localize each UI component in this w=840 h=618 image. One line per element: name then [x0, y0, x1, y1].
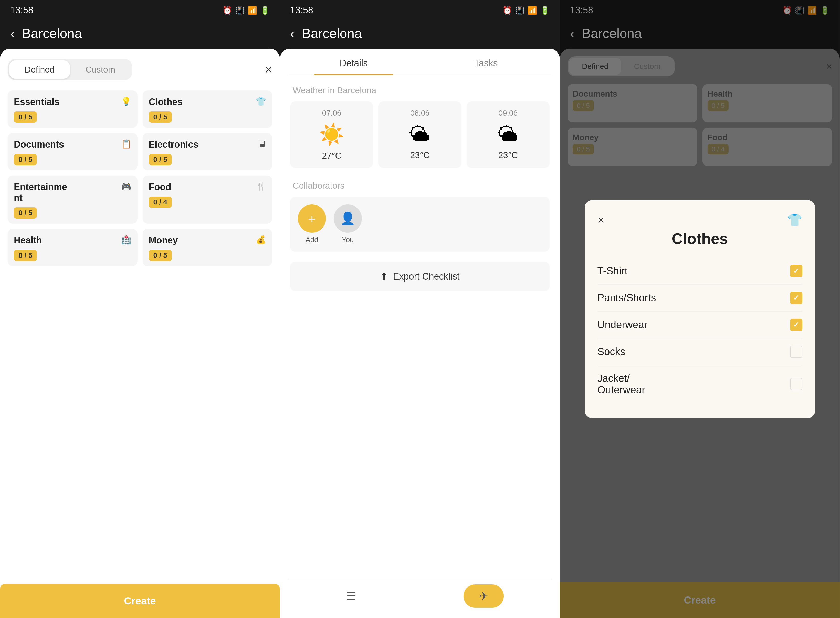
status-icons-1: ⏰ 📳 📶 🔋 — [222, 6, 270, 15]
socks-label: Socks — [597, 346, 625, 357]
collab-add[interactable]: ＋ Add — [298, 205, 326, 244]
modal-overlay: × 👕 Clothes T-Shirt Pants/Shorts Underwe… — [560, 0, 840, 618]
jacket-checkbox[interactable] — [790, 378, 802, 390]
money-label: Money — [149, 235, 266, 246]
bottom-nav: ☰ ✈ — [287, 579, 552, 618]
food-label: Food — [149, 182, 266, 192]
weather-temp-3: 23°C — [472, 150, 544, 160]
toggle-defined[interactable]: Defined — [9, 61, 70, 79]
weather-day-2: 08.06 🌥 23°C — [378, 101, 461, 168]
create-button-1[interactable]: Create — [0, 584, 280, 618]
documents-icon: 📋 — [121, 139, 131, 149]
weather-day-3: 09.06 🌥 23°C — [467, 101, 550, 168]
documents-badge: 0 / 5 — [14, 154, 37, 165]
modal-item-tshirt: T-Shirt — [597, 258, 802, 285]
modal-item-jacket: Jacket/Outerwear — [597, 365, 802, 403]
pants-checkbox[interactable] — [790, 292, 802, 304]
category-grid: 💡 Essentials 0 / 5 👕 Clothes 0 / 5 📋 Doc… — [8, 91, 272, 266]
entertainment-badge: 0 / 5 — [14, 207, 37, 218]
category-electronics[interactable]: 🖥 Electronics 0 / 5 — [143, 133, 273, 170]
category-food[interactable]: 🍴 Food 0 / 4 — [143, 175, 273, 224]
weather-row: 07.06 ☀️ 27°C 08.06 🌥 23°C 09.06 🌥 23°C — [290, 101, 550, 168]
weather-date-3: 09.06 — [472, 108, 544, 117]
header-1: ‹ Barcelona — [0, 21, 280, 46]
electronics-icon: 🖥 — [258, 139, 266, 149]
signal-icon: 📶 — [247, 6, 257, 15]
entertainment-label: Entertainment — [14, 182, 131, 203]
screen-3: 13:58 ⏰ 📳 📶 🔋 ‹ Barcelona Defined Custom… — [560, 0, 840, 618]
weather-day-1: 07.06 ☀️ 27°C — [290, 101, 373, 168]
tab-details[interactable]: Details — [287, 49, 420, 75]
category-clothes[interactable]: 👕 Clothes 0 / 5 — [143, 91, 273, 128]
modal-header: × 👕 — [597, 213, 802, 227]
alarm-icon-2: ⏰ — [502, 6, 512, 15]
screens-container: 13:58 ⏰ 📳 📶 🔋 ‹ Barcelona Defined Custom… — [0, 0, 840, 618]
signal-icon-2: 📶 — [527, 6, 537, 15]
entertainment-icon: 🎮 — [121, 182, 131, 192]
socks-checkbox[interactable] — [790, 346, 802, 358]
battery-icon-2: 🔋 — [540, 6, 550, 15]
battery-icon: 🔋 — [260, 6, 270, 15]
category-health[interactable]: 🏥 Health 0 / 5 — [8, 229, 138, 266]
status-icons-2: ⏰ 📳 📶 🔋 — [502, 6, 550, 15]
collab-section: ＋ Add 👤 You — [290, 197, 550, 252]
modal-close-button[interactable]: × — [597, 213, 604, 227]
money-badge: 0 / 5 — [149, 250, 172, 261]
category-money[interactable]: 💰 Money 0 / 5 — [143, 229, 273, 266]
back-arrow-2[interactable]: ‹ — [290, 27, 294, 40]
weather-icon-1: ☀️ — [295, 122, 368, 147]
tabs-row: Details Tasks — [287, 49, 552, 75]
modal-item-underwear: Underwear — [597, 312, 802, 339]
export-label: Export Checklist — [393, 271, 459, 282]
tab-tasks[interactable]: Tasks — [420, 49, 553, 75]
collab-title: Collaborators — [290, 181, 550, 191]
category-essentials[interactable]: 💡 Essentials 0 / 5 — [8, 91, 138, 128]
essentials-badge: 0 / 5 — [14, 111, 37, 123]
health-badge: 0 / 5 — [14, 250, 37, 261]
category-entertainment[interactable]: 🎮 Entertainment 0 / 5 — [8, 175, 138, 224]
tshirt-label: T-Shirt — [597, 265, 628, 277]
underwear-checkbox[interactable] — [790, 319, 802, 331]
weather-title: Weather in Barcelona — [290, 85, 550, 95]
back-arrow-1[interactable]: ‹ — [10, 27, 14, 40]
modal-clothes-icon: 👕 — [787, 213, 802, 227]
tshirt-checkbox[interactable] — [790, 265, 802, 277]
add-collab-avatar: ＋ — [298, 205, 326, 233]
collab-you: 👤 You — [334, 205, 362, 244]
health-icon: 🏥 — [121, 235, 131, 245]
weather-icon-2: 🌥 — [384, 122, 456, 146]
modal-title: Clothes — [597, 230, 802, 248]
add-collab-label: Add — [305, 236, 319, 244]
essentials-icon: 💡 — [121, 97, 131, 106]
clothes-label: Clothes — [149, 97, 266, 107]
weather-temp-2: 23°C — [384, 150, 456, 160]
food-badge: 0 / 4 — [149, 196, 172, 208]
close-button-1[interactable]: × — [265, 64, 272, 76]
you-label: You — [342, 236, 354, 244]
toggle-group: Defined Custom — [8, 59, 132, 80]
export-button[interactable]: ⬆ Export Checklist — [290, 262, 550, 291]
toggle-custom[interactable]: Custom — [70, 61, 130, 79]
documents-label: Documents — [14, 139, 131, 150]
electronics-label: Electronics — [149, 139, 266, 150]
clothes-modal: × 👕 Clothes T-Shirt Pants/Shorts Underwe… — [585, 200, 815, 418]
header-title-1: Barcelona — [22, 25, 82, 41]
weather-temp-1: 27°C — [295, 151, 368, 160]
nav-list-button[interactable]: ☰ — [336, 585, 366, 607]
essentials-label: Essentials — [14, 97, 131, 107]
jacket-label: Jacket/Outerwear — [597, 373, 645, 395]
collab-avatars: ＋ Add 👤 You — [298, 205, 542, 244]
electronics-badge: 0 / 5 — [149, 154, 172, 165]
time-2: 13:58 — [290, 5, 313, 16]
vibrate-icon: 📳 — [235, 6, 244, 15]
pants-label: Pants/Shorts — [597, 292, 656, 304]
alarm-icon: ⏰ — [222, 6, 232, 15]
modal-item-socks: Socks — [597, 339, 802, 365]
category-documents[interactable]: 📋 Documents 0 / 5 — [8, 133, 138, 170]
modal-item-pants: Pants/Shorts — [597, 285, 802, 312]
export-icon: ⬆ — [380, 271, 388, 282]
weather-icon-3: 🌥 — [472, 122, 544, 146]
screen-2: 13:58 ⏰ 📳 📶 🔋 ‹ Barcelona Details Tasks … — [280, 0, 560, 618]
header-2: ‹ Barcelona — [280, 21, 560, 46]
nav-plane-button[interactable]: ✈ — [464, 584, 504, 608]
